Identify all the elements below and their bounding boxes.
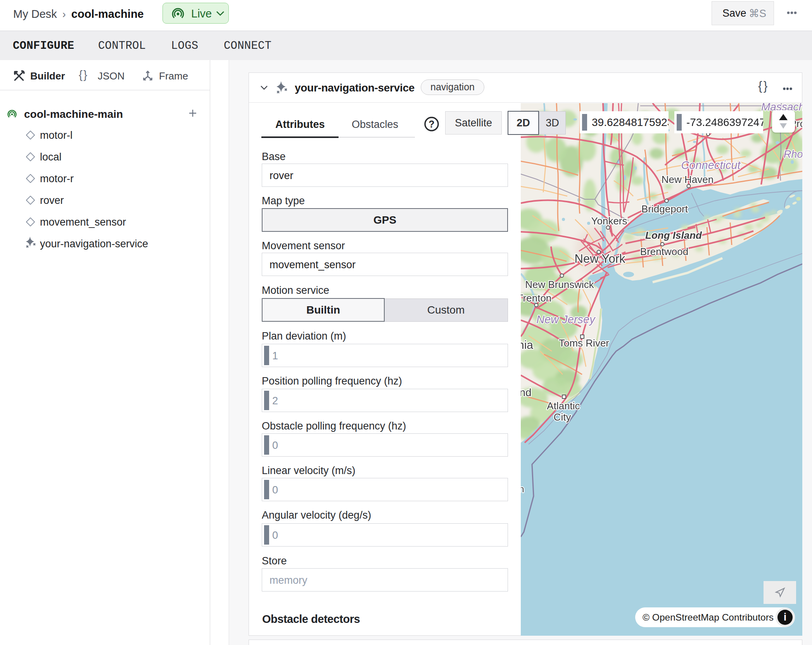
- svg-text:City: City: [554, 411, 571, 423]
- svg-text:New York: New York: [575, 252, 625, 266]
- svg-text:Connecticut: Connecticut: [681, 159, 741, 171]
- svg-text:New Brunswick: New Brunswick: [525, 279, 594, 290]
- svg-text:Long Island: Long Island: [645, 229, 702, 241]
- svg-text:Brentwood: Brentwood: [640, 246, 688, 257]
- svg-text:New Haven: New Haven: [662, 174, 714, 185]
- svg-text:nia: nia: [521, 338, 533, 351]
- svg-text:Bridgeport: Bridgeport: [641, 203, 688, 215]
- svg-text:Yonkers: Yonkers: [591, 215, 627, 227]
- svg-text:Atlantic: Atlantic: [547, 400, 580, 412]
- svg-text:New Jersey: New Jersey: [536, 313, 596, 326]
- svg-text:nd: nd: [521, 386, 532, 398]
- svg-text:Trenton: Trenton: [521, 292, 551, 304]
- svg-text:?: ?: [428, 119, 434, 129]
- svg-text:Toms River: Toms River: [559, 337, 609, 349]
- svg-text:Rhode: Rhode: [784, 148, 802, 160]
- svg-text:n: n: [521, 484, 524, 494]
